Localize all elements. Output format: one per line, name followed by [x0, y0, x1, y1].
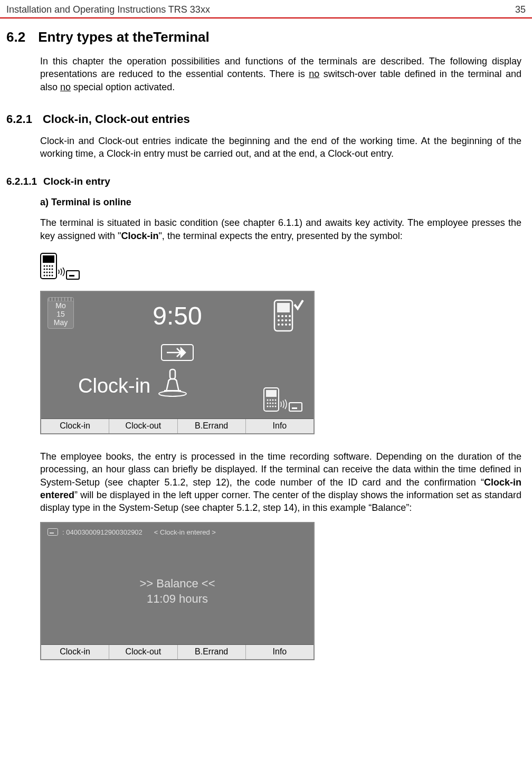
calendar-badge: Mo 15 May	[48, 297, 74, 329]
stamp-icon	[157, 368, 188, 397]
reader-check-icon	[272, 298, 304, 335]
svg-point-15	[46, 275, 48, 277]
section-title: Clock-in entry	[43, 176, 110, 187]
svg-point-13	[52, 272, 53, 273]
svg-point-10	[44, 272, 45, 273]
svg-point-17	[52, 275, 53, 277]
svg-rect-51	[289, 403, 302, 411]
svg-point-12	[49, 272, 51, 273]
svg-point-46	[275, 403, 277, 404]
section-6-2-1-heading: 6.2.1 Clock-in, Clock-out entries	[6, 112, 526, 126]
svg-point-39	[267, 399, 269, 401]
balance-display: >> Balance << 11:09 hours	[139, 576, 215, 607]
rfid-reader-icon	[40, 253, 521, 280]
svg-point-49	[272, 406, 274, 407]
svg-point-5	[52, 265, 53, 267]
softkey-errand[interactable]: B.Errand	[178, 419, 246, 433]
card-icon	[48, 528, 58, 536]
sub-a-heading: a) Terminal is online	[40, 197, 521, 208]
sub-a-p2: The employee books, the entry is process…	[40, 450, 521, 514]
svg-rect-36	[170, 369, 175, 379]
arrow-right-icon	[159, 342, 196, 363]
svg-point-16	[49, 275, 51, 277]
section-6-2-heading: 6.2 Entry types at theTerminal	[6, 29, 526, 45]
svg-point-31	[281, 324, 283, 326]
section-6-2-1-body: Clock-in and Clock-out entries indicate …	[6, 135, 526, 160]
section-6-2-1-1-heading: 6.2.1.1 Clock-in entry	[6, 176, 526, 187]
svg-point-7	[46, 269, 48, 270]
svg-point-25	[289, 315, 291, 317]
svg-point-33	[289, 324, 291, 326]
svg-point-42	[275, 399, 277, 401]
svg-point-26	[278, 319, 280, 321]
svg-rect-21	[277, 303, 290, 312]
svg-point-23	[281, 315, 283, 317]
svg-point-3	[46, 265, 48, 267]
svg-point-14	[44, 275, 45, 277]
svg-point-27	[281, 319, 283, 321]
svg-point-43	[267, 403, 269, 404]
section-number: 6.2.1.1	[6, 176, 37, 187]
softkey-clock-out[interactable]: Clock-out	[109, 419, 177, 433]
svg-point-40	[270, 399, 271, 401]
svg-point-4	[49, 265, 51, 267]
svg-point-24	[285, 315, 287, 317]
terminal-button-bar: Clock-in Clock-out B.Errand Info	[41, 644, 314, 659]
svg-point-45	[272, 403, 274, 404]
rfid-card-icon	[263, 387, 306, 413]
section-number: 6.2.1	[6, 112, 32, 126]
balance-label: >> Balance <<	[139, 576, 215, 592]
svg-point-30	[278, 324, 280, 326]
svg-rect-19	[69, 275, 74, 277]
softkey-info[interactable]: Info	[246, 419, 314, 433]
softkey-clock-in[interactable]: Clock-in	[41, 645, 109, 659]
calendar-date: 15	[48, 310, 73, 318]
terminal-screen-2: : 04003000912900302902 < Clock-in entere…	[40, 522, 315, 660]
time-display: 9:50	[153, 301, 202, 330]
svg-rect-53	[48, 529, 58, 536]
terminal-screen-1: Mo 15 May 9:50	[40, 291, 315, 434]
softkey-info[interactable]: Info	[246, 645, 314, 659]
section-title: Clock-in, Clock-out entries	[43, 112, 190, 126]
action-label: Clock-in	[78, 375, 150, 397]
section-number: 6.2	[6, 29, 25, 45]
softkey-clock-in[interactable]: Clock-in	[41, 419, 109, 433]
balance-value: 11:09 hours	[139, 591, 215, 607]
softkey-clock-out[interactable]: Clock-out	[109, 645, 177, 659]
svg-rect-52	[292, 407, 297, 409]
header-title: Installation and Operating Instructions …	[6, 4, 210, 15]
section-title: Entry types at theTerminal	[38, 29, 210, 45]
svg-point-35	[159, 391, 186, 396]
svg-point-2	[44, 265, 45, 267]
entry-status: < Clock-in entered >	[154, 528, 216, 536]
page-number: 35	[515, 4, 526, 15]
page-header: Installation and Operating Instructions …	[0, 0, 532, 18]
svg-point-44	[270, 403, 271, 404]
svg-point-41	[272, 399, 274, 401]
id-number: : 04003000912900302902	[62, 528, 142, 536]
svg-point-50	[275, 406, 277, 407]
action-line: Clock-in	[78, 368, 188, 397]
svg-rect-38	[266, 390, 277, 397]
calendar-month: May	[48, 318, 73, 327]
svg-point-9	[52, 269, 53, 270]
id-status-row: : 04003000912900302902 < Clock-in entere…	[48, 528, 216, 536]
svg-point-22	[278, 315, 280, 317]
svg-point-28	[285, 319, 287, 321]
terminal-button-bar: Clock-in Clock-out B.Errand Info	[41, 418, 314, 433]
softkey-errand[interactable]: B.Errand	[178, 645, 246, 659]
svg-rect-1	[43, 255, 54, 263]
sub-a-p1: The terminal is situated in basic condit…	[40, 216, 521, 242]
svg-point-8	[49, 269, 51, 270]
svg-point-11	[46, 272, 48, 273]
calendar-day: Mo	[48, 301, 73, 310]
svg-point-29	[289, 319, 291, 321]
svg-point-6	[44, 269, 45, 270]
svg-point-48	[270, 406, 271, 407]
section-6-2-intro: In this chapter the operation possibilit…	[6, 55, 526, 93]
svg-rect-54	[50, 532, 54, 534]
svg-point-32	[285, 324, 287, 326]
svg-point-47	[267, 406, 269, 407]
